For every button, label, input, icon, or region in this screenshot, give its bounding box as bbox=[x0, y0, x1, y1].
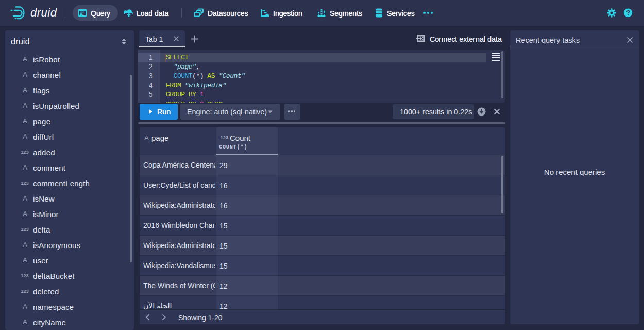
svg-text:?: ? bbox=[626, 9, 630, 16]
